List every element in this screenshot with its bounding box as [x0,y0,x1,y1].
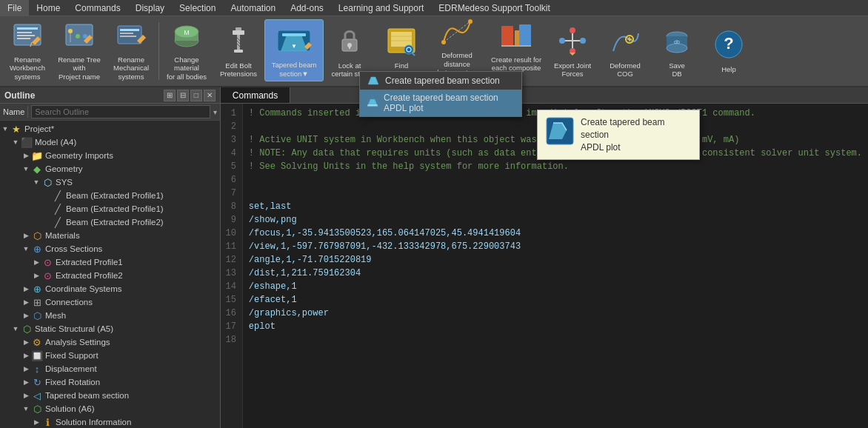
tree-toggle[interactable]: ▼ [21,245,31,253]
tree-toggle[interactable]: ▼ [31,178,41,186]
tree-item-mesh[interactable]: ▶ ⬡ Mesh [0,309,220,322]
create-apdl-icon [366,97,379,109]
tree-icon: ⊙ [41,256,53,268]
search-input[interactable] [31,105,210,118]
tree-icon: ⬡ [31,310,43,321]
outline-search-bar: Name ▾ [0,104,220,121]
save-db-label: Save DB [669,61,685,78]
tree-toggle[interactable]: ▶ [31,272,41,279]
tree-icon: ⊞ [31,296,43,308]
menu-learning[interactable]: Learning and Support [331,0,431,16]
menu-commands[interactable]: Commands [67,0,127,16]
save-db-icon: db [659,23,695,58]
tree-item-fixed-support[interactable]: ▶ 🔲 Fixed Support [0,349,220,362]
tree-toggle[interactable]: ▶ [21,298,31,306]
tree-item-solution[interactable]: ▼ ⬡ Solution (A6) [0,402,220,415]
create-tapered-beam-icon [366,75,381,87]
tree-item-static-structural[interactable]: ▼ ⬡ Static Structural (A5) [0,322,220,335]
tree-item-analysis-settings[interactable]: ▶ ⚙ Analysis Settings [0,335,220,349]
svg-point-51 [580,38,586,44]
tree-toggle[interactable]: ▶ [31,418,41,426]
dropdown-item-create-tapered[interactable]: Create tapered beam section [360,72,521,90]
tree-icon: ⬛ [21,136,33,148]
tree-toggle[interactable]: ▶ [21,378,31,386]
tab-commands[interactable]: Commands [221,87,290,103]
outline-float-btn[interactable]: □ [190,90,202,101]
tree-label: Fixed Rotation [45,378,100,387]
tree-toggle[interactable]: ▶ [21,352,31,359]
code-line-12: /angle,1,-71.7015220819 [249,253,862,267]
rename-tree-button[interactable]: Rename Tree with Project name [53,19,105,81]
rename-workbench-button[interactable]: Rename Workbench systems [1,19,53,81]
tree-item-coord-systems[interactable]: ▶ ⊕ Coordinate Systems [0,282,220,295]
tree-item-displacement[interactable]: ▶ ↕ Displacement [0,362,220,375]
line-number-3: 3 [221,133,239,147]
dropdown-create-tapered-label: Create tapered beam section [385,76,500,86]
main-area: Outline ⊞ ⊟ □ ✕ Name ▾ ▼ ★ Project* ▼ [0,87,868,428]
tree-label: Extracted Profile2 [56,271,123,280]
menu-addons[interactable]: Add-ons [283,0,331,16]
tree-item-connections[interactable]: ▶ ⊞ Connections [0,295,220,309]
tree-item-geometry-imports[interactable]: ▶ 📁 Geometry Imports [0,149,220,162]
svg-rect-33 [391,32,412,47]
svg-point-50 [559,38,565,44]
tree-item-geometry[interactable]: ▼ ◆ Geometry [0,162,220,175]
tree-item-cross-sections[interactable]: ▼ ⊕ Cross Sections [0,242,220,255]
change-material-button[interactable]: M Change material for all bodies [161,19,213,81]
tree-item-extracted-profile1[interactable]: ▶ ⊙ Extracted Profile1 [0,255,220,269]
dropdown-item-create-apdl[interactable]: Create tapered beam section APDL plot [360,90,521,116]
svg-rect-44 [519,24,531,47]
tree-toggle[interactable]: ▼ [21,405,31,412]
tree-toggle[interactable]: ▶ [21,312,31,319]
deformed-cog-button[interactable]: Deformed COG [599,19,651,81]
search-down-arrow[interactable]: ▾ [213,108,217,116]
tree-icon: ℹ [41,416,53,428]
tree-item-project[interactable]: ▼ ★ Project* [0,122,220,136]
tree-toggle[interactable]: ▶ [31,258,41,266]
menu-home[interactable]: Home [29,0,67,16]
tree-item-extracted-profile2[interactable]: ▶ ⊙ Extracted Profile2 [0,269,220,282]
line-number-18: 18 [221,333,239,347]
tree-item-beam1a[interactable]: ╱ Beam (Extracted Profile1) [0,189,220,202]
outline-expand-btn[interactable]: ⊞ [164,90,176,101]
menu-edr[interactable]: EDRMedeso Support Toolkit [431,0,558,16]
outline-collapse-btn[interactable]: ⊟ [177,90,189,101]
tree-toggle[interactable]: ▼ [10,325,21,332]
menu-display[interactable]: Display [128,0,172,16]
export-joint-button[interactable]: Export Joint Forces [546,19,599,81]
tree-label: Analysis Settings [45,338,110,347]
menu-automation[interactable]: Automation [223,0,283,16]
svg-point-48 [570,27,575,33]
tree-toggle[interactable]: ▶ [21,365,31,372]
rename-workbench-label: Rename Workbench systems [3,56,52,81]
tree-item-model[interactable]: ▼ ⬛ Model (A4) [0,136,220,149]
tree-item-materials[interactable]: ▶ ⬡ Materials [0,229,220,242]
tree-toggle[interactable]: ▶ [21,392,31,399]
tree-item-fixed-rotation[interactable]: ▶ ↻ Fixed Rotation [0,375,220,389]
tree-item-tapered-beam-section[interactable]: ▶ ◁ Tapered beam section [0,389,220,402]
edit-bolt-icon [221,23,256,58]
tree-toggle[interactable]: ▼ [0,125,10,133]
tree-icon: ⊕ [31,283,43,295]
save-db-button[interactable]: db Save DB [651,19,703,81]
tree-item-solution-info[interactable]: ▶ ℹ Solution Information [0,415,220,428]
tapered-beam-button[interactable]: ▼ Tapered beam section▼ [264,19,324,81]
code-line-16: /graphics,power [249,307,862,320]
tree-toggle[interactable]: ▶ [21,338,31,346]
outline-close-btn[interactable]: ✕ [204,90,216,101]
tree-toggle[interactable]: ▶ [21,152,31,159]
change-material-icon: M [169,20,204,53]
tree-toggle[interactable]: ▼ [21,165,31,173]
tree-item-beam2[interactable]: ╱ Beam (Extracted Profile2) [0,215,220,229]
rename-mechanical-button[interactable]: Rename Mechanical systems [105,19,157,81]
help-button[interactable]: ? Help [703,19,755,81]
edit-bolt-button[interactable]: Edit Bolt Pretensions [213,19,264,81]
menu-selection[interactable]: Selection [172,0,223,16]
tree-item-beam1b[interactable]: ╱ Beam (Extracted Profile1) [0,202,220,215]
tree-item-sys[interactable]: ▼ ⬡ SYS [0,175,220,189]
menu-file[interactable]: File [0,0,29,16]
svg-rect-3 [17,35,35,36]
tree-toggle[interactable]: ▼ [10,138,21,146]
tree-toggle[interactable]: ▶ [21,232,31,239]
tree-toggle[interactable]: ▶ [21,285,31,292]
